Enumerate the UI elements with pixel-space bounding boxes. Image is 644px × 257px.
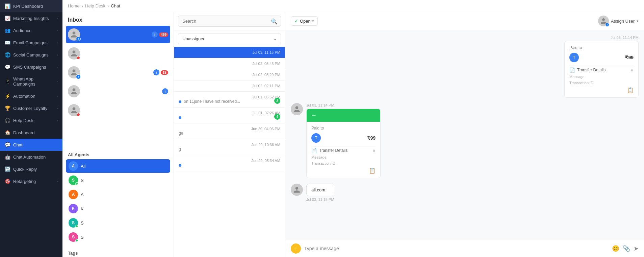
lightning-button[interactable]: ⚡: [291, 243, 301, 254]
sidebar-item-chat[interactable]: 💬 Chat: [0, 139, 62, 151]
paid-to-row-1: T ₹99: [569, 53, 634, 62]
sidebar-item-left-whatsapp-campaigns: 📱 WhatsApp Campaigns: [5, 76, 57, 87]
tags-section: Tags: [62, 248, 174, 257]
attach-button[interactable]: 📎: [623, 245, 630, 252]
transfer-card-1: Paid to T ₹99 📄 Transfer Details: [564, 41, 639, 98]
paid-avatar-1: T: [569, 53, 579, 62]
email-text: ail.com: [311, 187, 325, 192]
sidebar-item-kpi-dashboard[interactable]: 📊 KPI Dashboard: [0, 0, 62, 12]
chat-item-c5[interactable]: Jul 01, 06:52 PM on 11june i have not re…: [174, 92, 285, 108]
sidebar-icon-dashboard: 🏠: [5, 130, 10, 135]
chat-item-preview-c8: g: [179, 147, 280, 151]
sidebar-item-social-campaigns[interactable]: 🌐 Social Campaigns ›: [0, 49, 62, 61]
chat-item-c6[interactable]: Jul 01, 07:26 AM 4: [174, 108, 285, 123]
breadcrumb-chat: Chat: [111, 3, 120, 8]
chat-item-time-c1: Jul 03, 11:15 PM: [252, 50, 280, 54]
fb-badge-inbox-3: f: [76, 74, 81, 79]
inbox-item-inbox-2[interactable]: [66, 45, 170, 62]
sidebar-item-whatsapp-campaigns[interactable]: 📱 WhatsApp Campaigns ›: [0, 73, 62, 90]
inbox-item-inbox-5[interactable]: [66, 101, 170, 119]
agent-item-agent-s3[interactable]: S S: [66, 230, 170, 244]
sidebar-item-audience[interactable]: 👥 Audience ›: [0, 24, 62, 37]
unassigned-label: Unassigned: [182, 36, 206, 41]
sidebar-item-automation[interactable]: ⚡ Automation ›: [0, 90, 62, 102]
badge-info-inbox-1: i: [152, 31, 158, 38]
chat-item-c7[interactable]: Jun 29, 04:06 PM ge: [174, 123, 285, 139]
inbox-item-inbox-4[interactable]: i: [66, 83, 170, 100]
sidebar-item-quick-reply[interactable]: ↩️ Quick Reply: [0, 163, 62, 175]
sidebar-label-kpi-dashboard: KPI Dashboard: [13, 4, 43, 9]
sidebar-label-chat: Chat: [13, 142, 22, 147]
assign-user-label: Assign User: [611, 19, 635, 24]
chevron-icon-customer-loyalty: ›: [57, 107, 58, 110]
sidebar-item-help-desk[interactable]: 🎧 Help Desk ›: [0, 114, 62, 126]
chat-item-row-c8: Jun 29, 10:38 AM: [179, 143, 280, 147]
chat-item-row-c7: Jun 29, 04:06 PM: [179, 127, 280, 131]
breadcrumb-home[interactable]: Home: [68, 3, 80, 8]
assign-user-button[interactable]: f Assign User ▾: [598, 16, 639, 26]
unassigned-dropdown[interactable]: Unassigned ⌄: [178, 33, 281, 44]
transfer-message-field-1: Message: [569, 75, 634, 79]
chat-item-row-c2: Jul 02, 05:43 PM: [179, 62, 280, 66]
open-status-button[interactable]: ✓ Open ▾: [291, 16, 318, 26]
sidebar-icon-audience: 👥: [5, 28, 10, 33]
sidebar-icon-quick-reply: ↩️: [5, 166, 10, 172]
sidebar-item-customer-loyalty[interactable]: 🏆 Customer Loyalty ›: [0, 102, 62, 114]
msg-avatar-3: [291, 184, 303, 196]
copy-icon-1[interactable]: 📋: [627, 87, 634, 93]
copy-icon-2[interactable]: 📋: [369, 167, 376, 174]
sidebar-label-automation: Automation: [13, 94, 35, 99]
expand-icon-2[interactable]: ∧: [372, 148, 376, 153]
chat-item-c3[interactable]: Jul 02, 03:29 PM: [174, 69, 285, 80]
emoji-button[interactable]: 😊: [612, 245, 619, 252]
sidebar-item-dashboard[interactable]: 🏠 Dashboard: [0, 126, 62, 139]
sidebar-item-left-kpi-dashboard: 📊 KPI Dashboard: [5, 3, 43, 9]
sidebar-item-retargeting[interactable]: 🎯 Retargeting ›: [0, 175, 62, 187]
chat-messages: Jul 03, 11:14 PM Paid to T ₹99: [285, 30, 644, 240]
chat-item-c2[interactable]: Jul 02, 05:43 PM: [174, 58, 285, 69]
chat-item-c1[interactable]: Jul 03, 11:15 PM: [174, 47, 285, 58]
agent-item-agent-s1[interactable]: S S: [66, 173, 170, 187]
message-input[interactable]: [304, 246, 609, 251]
agent-item-agent-a[interactable]: A A: [66, 188, 170, 201]
transfer-card-body-2: Paid to T ₹99 📄 Transfer Details: [307, 122, 380, 178]
agent-item-agent-s2[interactable]: S S: [66, 216, 170, 230]
sidebar-label-customer-loyalty: Customer Loyalty: [13, 106, 47, 111]
sidebar-icon-kpi-dashboard: 📊: [5, 3, 10, 9]
agent-dot-agent-s3: [75, 239, 78, 242]
inbox-badges-inbox-3: i19: [153, 69, 168, 75]
paid-amount-1: ₹99: [625, 55, 634, 60]
agent-item-agent-k[interactable]: K K: [66, 202, 170, 215]
chat-item-c8[interactable]: Jun 29, 10:38 AM g: [174, 139, 285, 155]
agent-name-agent-s1: S: [81, 178, 84, 183]
fb-badge-inbox-1: f: [76, 37, 81, 41]
chat-item-time-c8: Jun 29, 10:38 AM: [251, 143, 280, 147]
sidebar-item-marketing-insights[interactable]: 📈 Marketing Insights ›: [0, 12, 62, 24]
agent-item-all[interactable]: A All: [66, 159, 170, 173]
sidebar-item-chat-automation[interactable]: 🤖 Chat Automation: [0, 151, 62, 163]
sidebar-item-left-email-campaigns: ✉️ Email Campaigns: [5, 40, 48, 45]
msg-avatar-2: [291, 103, 303, 115]
transfer-card-2: ← Paid to T ₹99: [306, 109, 381, 178]
inbox-item-inbox-1[interactable]: f i499: [66, 26, 170, 43]
send-button[interactable]: ➤: [634, 245, 639, 252]
agent-name-agent-a: A: [81, 192, 84, 197]
paid-to-label-1: Paid to: [569, 45, 634, 50]
sidebar-item-sms-campaigns[interactable]: 💬 SMS Campaigns ›: [0, 61, 62, 73]
txn-label-1: Transaction ID: [569, 81, 634, 85]
inbox-list: f i499 f: [62, 26, 174, 149]
chat-item-c9[interactable]: Jun 29, 05:34 AM: [174, 155, 285, 171]
breadcrumb-helpdesk[interactable]: Help Desk: [85, 3, 105, 8]
expand-icon-1[interactable]: ∧: [630, 68, 634, 72]
transfer-txn-field-2: Transaction ID: [311, 161, 376, 165]
chevron-icon-retargeting: ›: [57, 180, 58, 183]
inbox-item-inbox-3[interactable]: f i19: [66, 64, 170, 81]
chat-item-time-c3: Jul 02, 03:29 PM: [252, 73, 280, 77]
chat-item-badge-c6: 4: [274, 114, 280, 120]
doc-icon-1: 📄: [569, 67, 575, 73]
search-input[interactable]: [178, 16, 281, 27]
inbox-badges-inbox-4: i: [162, 88, 168, 94]
chat-item-c4[interactable]: Jul 02, 02:11 PM: [174, 80, 285, 92]
sidebar-item-email-campaigns[interactable]: ✉️ Email Campaigns ›: [0, 37, 62, 49]
inbox-title: Inbox: [62, 12, 174, 26]
